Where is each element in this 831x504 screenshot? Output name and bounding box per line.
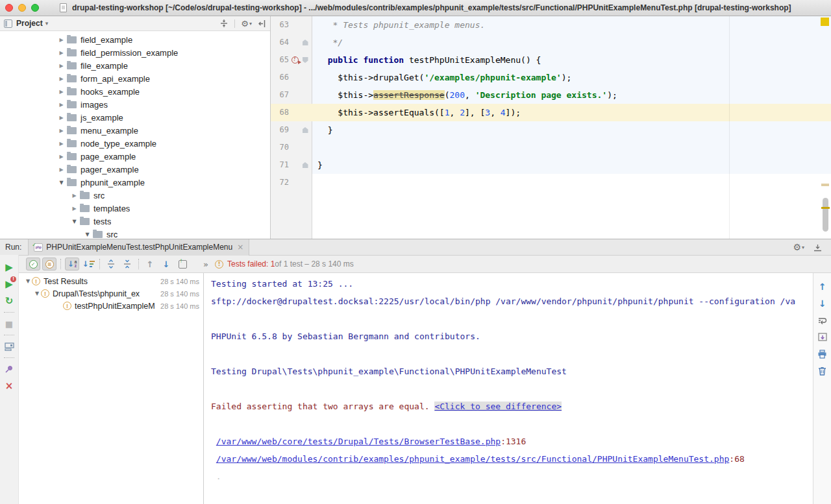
chevron-collapsed-icon[interactable]: ▶ bbox=[57, 37, 66, 43]
tree-item-src[interactable]: ▶src bbox=[0, 189, 270, 202]
show-passed-button[interactable]: ✓ bbox=[26, 258, 40, 270]
show-ignored-button[interactable]: ≡ bbox=[42, 258, 56, 270]
chevron-more-icon[interactable]: » bbox=[203, 259, 208, 269]
window-minimize-button[interactable] bbox=[18, 4, 26, 12]
chevron-collapsed-icon[interactable]: ▶ bbox=[57, 50, 66, 56]
expand-all-button[interactable] bbox=[104, 258, 118, 270]
editor-line-65[interactable]: 65! public function testPhpUnitExampleMe… bbox=[271, 51, 831, 69]
tree-item-field_permission_example[interactable]: ▶field_permission_example bbox=[0, 46, 270, 59]
sort-alphabetically-button[interactable]: ↓az bbox=[65, 258, 79, 270]
editor-line-71[interactable]: 71} bbox=[271, 156, 831, 174]
chevron-expanded-icon[interactable]: ▼ bbox=[24, 278, 32, 284]
test-tree-item[interactable]: ▼!Test Results28 s 140 ms bbox=[19, 275, 203, 287]
gear-icon[interactable]: ⚙▾ bbox=[793, 242, 804, 252]
failed-test-gutter-icon[interactable]: ! bbox=[289, 56, 301, 64]
chevron-expanded-icon[interactable]: ▼ bbox=[83, 232, 92, 237]
tree-item-page_example[interactable]: ▶page_example bbox=[0, 150, 270, 163]
close-panel-button[interactable]: × bbox=[0, 378, 18, 394]
hide-panel-icon[interactable] bbox=[258, 19, 266, 28]
chevron-collapsed-icon[interactable]: ▶ bbox=[70, 206, 79, 211]
chevron-collapsed-icon[interactable]: ▶ bbox=[57, 115, 66, 121]
editor-line-67[interactable]: 67 $this->assertResponse(200, 'Descripti… bbox=[271, 86, 831, 104]
test-console[interactable]: Testing started at 13:25 ...sftp://docke… bbox=[204, 273, 813, 504]
sort-by-duration-button[interactable]: ↓ bbox=[81, 258, 95, 270]
tree-item-images[interactable]: ▶images bbox=[0, 98, 270, 111]
scroll-down-button[interactable]: ↓ bbox=[813, 295, 831, 312]
fold-marker[interactable] bbox=[301, 127, 310, 133]
chevron-collapsed-icon[interactable]: ▶ bbox=[57, 89, 66, 95]
fold-marker[interactable] bbox=[301, 57, 310, 63]
tree-item-pager_example[interactable]: ▶pager_example bbox=[0, 163, 270, 176]
fold-marker[interactable] bbox=[301, 162, 310, 168]
hide-panel-icon[interactable] bbox=[813, 243, 822, 252]
print-button[interactable] bbox=[813, 346, 831, 363]
import-test-results-button[interactable] bbox=[175, 258, 190, 270]
rerun-button[interactable]: ▶ bbox=[0, 259, 18, 276]
line-number: 72 bbox=[271, 174, 289, 191]
editor-line-66[interactable]: 66 $this->drupalGet('/examples/phpunit-e… bbox=[271, 69, 831, 86]
toggle-auto-test-button[interactable]: ↻ bbox=[0, 293, 18, 309]
chevron-collapsed-icon[interactable]: ▶ bbox=[57, 102, 66, 108]
fold-arrow-icon bbox=[303, 127, 308, 133]
chevron-expanded-icon[interactable]: ▼ bbox=[57, 180, 66, 186]
window-zoom-button[interactable] bbox=[31, 4, 39, 12]
code-editor[interactable]: 63 * Tests phpunit_example menus.64 */65… bbox=[271, 16, 831, 239]
chevron-collapsed-icon[interactable]: ▶ bbox=[57, 154, 66, 160]
test-tree-item[interactable]: ▼!Drupal\Tests\phpunit_ex28 s 140 ms bbox=[19, 287, 203, 300]
fold-marker[interactable] bbox=[301, 40, 310, 45]
tree-item-js_example[interactable]: ▶js_example bbox=[0, 111, 270, 124]
chevron-collapsed-icon[interactable]: ▶ bbox=[57, 141, 66, 147]
editor-line-63[interactable]: 63 * Tests phpunit_example menus. bbox=[271, 16, 831, 34]
stacktrace-link-browsertestbase[interactable]: /var/www/web/core/tests/Drupal/Tests/Bro… bbox=[216, 437, 501, 446]
clear-all-button[interactable] bbox=[813, 363, 831, 379]
chevron-collapsed-icon[interactable]: ▶ bbox=[57, 167, 66, 173]
editor-line-64[interactable]: 64 */ bbox=[271, 34, 831, 51]
restore-layout-button[interactable] bbox=[0, 338, 18, 355]
tree-item-node_type_example[interactable]: ▶node_type_example bbox=[0, 137, 270, 150]
scroll-from-source-icon[interactable] bbox=[219, 19, 229, 28]
chevron-down-icon[interactable]: ▾ bbox=[45, 20, 49, 27]
chevron-collapsed-icon[interactable]: ▶ bbox=[57, 76, 66, 82]
inspection-indicator[interactable] bbox=[821, 18, 829, 26]
title-bar[interactable]: drupal-testing-workshop [~/Code/os/drupa… bbox=[0, 0, 831, 16]
test-tree-item[interactable]: !testPhpUnitExampleM28 s 140 ms bbox=[19, 300, 203, 312]
tree-item-phpunit_example[interactable]: ▼phpunit_example bbox=[0, 176, 270, 189]
editor-scrollbar-thumb[interactable] bbox=[823, 198, 828, 232]
editor-line-68[interactable]: 68 $this->assertEquals([1, 2], [3, 4]); bbox=[271, 104, 831, 121]
gear-icon[interactable]: ⚙▾ bbox=[241, 19, 252, 29]
previous-failed-test-button[interactable]: ↑ bbox=[143, 258, 157, 270]
tree-item-templates[interactable]: ▶templates bbox=[0, 202, 270, 215]
chevron-expanded-icon[interactable]: ▼ bbox=[70, 219, 79, 224]
scroll-up-button[interactable]: ↑ bbox=[813, 278, 831, 295]
stacktrace-link-menutest[interactable]: /var/www/web/modules/contrib/examples/ph… bbox=[216, 454, 730, 464]
soft-wrap-button[interactable] bbox=[813, 312, 831, 329]
window-close-button[interactable] bbox=[5, 4, 13, 12]
tree-item-src[interactable]: ▼src bbox=[0, 228, 270, 239]
chevron-collapsed-icon[interactable]: ▶ bbox=[70, 193, 79, 198]
chevron-expanded-icon[interactable]: ▼ bbox=[33, 291, 41, 296]
pin-tab-button[interactable] bbox=[0, 361, 18, 378]
tree-item-menu_example[interactable]: ▶menu_example bbox=[0, 124, 270, 137]
next-failed-test-button[interactable]: ↓ bbox=[159, 258, 173, 270]
editor-line-70[interactable]: 70 bbox=[271, 139, 831, 156]
tree-item-form_api_example[interactable]: ▶form_api_example bbox=[0, 72, 270, 85]
tree-item-tests[interactable]: ▼tests bbox=[0, 215, 270, 228]
rerun-failed-tests-button[interactable]: ▶! bbox=[0, 276, 18, 293]
see-difference-link[interactable]: <Click to see difference> bbox=[434, 402, 562, 411]
warning-stripe-mark[interactable] bbox=[821, 184, 829, 186]
code-token: assertResponse bbox=[373, 90, 445, 100]
tree-item-file_example[interactable]: ▶file_example bbox=[0, 59, 270, 72]
tree-item-field_example[interactable]: ▶field_example bbox=[0, 33, 270, 46]
collapse-all-button[interactable] bbox=[120, 258, 134, 270]
project-panel-title[interactable]: Project bbox=[16, 19, 43, 28]
scroll-to-end-button[interactable] bbox=[813, 329, 831, 346]
code-text bbox=[312, 139, 831, 156]
chevron-collapsed-icon[interactable]: ▶ bbox=[57, 128, 66, 134]
editor-line-69[interactable]: 69 } bbox=[271, 121, 831, 139]
tree-item-hooks_example[interactable]: ▶hooks_example bbox=[0, 85, 270, 98]
stop-button[interactable]: ■ bbox=[0, 315, 18, 332]
editor-line-72[interactable]: 72 bbox=[271, 174, 831, 191]
run-tab[interactable]: ✓php PHPUnitExampleMenuTest.testPhpUnitE… bbox=[28, 239, 249, 256]
chevron-collapsed-icon[interactable]: ▶ bbox=[57, 63, 66, 69]
close-tab-icon[interactable]: × bbox=[237, 243, 243, 252]
